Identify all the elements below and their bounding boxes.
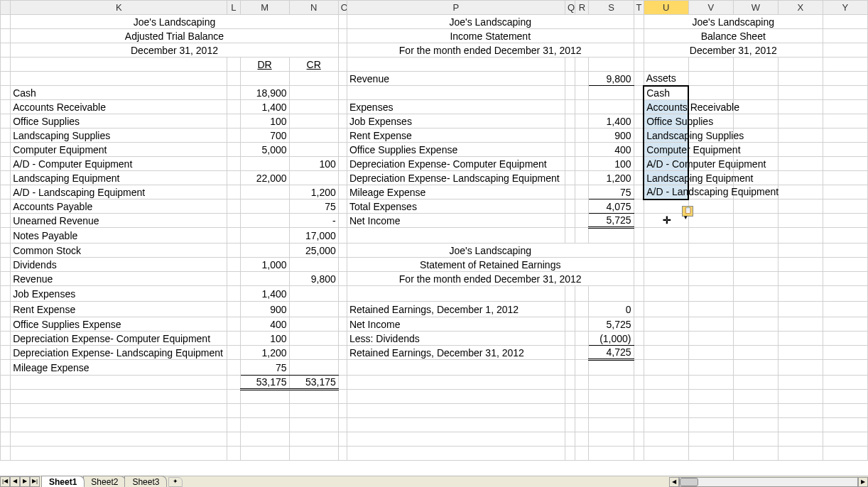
cell[interactable]	[227, 199, 240, 214]
cell[interactable]	[347, 404, 565, 418]
cell[interactable]	[634, 171, 644, 185]
cell[interactable]	[289, 447, 338, 461]
cell[interactable]	[778, 244, 823, 258]
cell[interactable]	[11, 432, 227, 447]
cell[interactable]: Accounts Payable	[11, 199, 227, 214]
cell[interactable]	[347, 447, 565, 461]
cell[interactable]	[1, 258, 11, 272]
cell[interactable]	[575, 228, 589, 244]
cell[interactable]	[565, 185, 575, 199]
cell[interactable]	[289, 86, 338, 100]
cell[interactable]	[11, 447, 227, 461]
cell[interactable]	[823, 272, 867, 286]
cell[interactable]	[227, 143, 240, 157]
cell[interactable]	[240, 228, 289, 244]
cell[interactable]	[634, 272, 644, 286]
cell[interactable]	[565, 390, 575, 404]
cell[interactable]	[733, 100, 778, 114]
col-header-W[interactable]: W	[733, 1, 778, 15]
cell[interactable]	[565, 360, 575, 376]
cell[interactable]	[227, 185, 240, 199]
cell[interactable]	[338, 360, 347, 376]
cell[interactable]	[11, 390, 227, 404]
cell[interactable]: For the month ended December 31, 2012	[347, 272, 634, 286]
cell[interactable]	[575, 390, 589, 404]
cell[interactable]: For the month ended December 31, 2012	[347, 43, 634, 58]
cell[interactable]	[644, 390, 688, 404]
cell[interactable]	[688, 272, 733, 286]
cell[interactable]	[823, 302, 867, 317]
cell[interactable]	[227, 157, 240, 171]
cell[interactable]	[575, 128, 589, 143]
cell[interactable]: 100	[240, 332, 289, 346]
cell[interactable]	[565, 286, 575, 302]
cell[interactable]	[733, 447, 778, 461]
cell[interactable]	[688, 404, 733, 418]
cell[interactable]: 17,000	[289, 228, 338, 244]
cell[interactable]	[575, 346, 589, 360]
cell[interactable]	[823, 346, 867, 360]
cell[interactable]	[589, 58, 634, 72]
cell[interactable]: Computer Equipment	[11, 143, 227, 157]
cell[interactable]	[1, 143, 11, 157]
cell[interactable]	[289, 432, 338, 447]
col-header-X[interactable]: X	[778, 1, 823, 15]
cell[interactable]	[778, 114, 823, 128]
cell[interactable]: 18,900	[240, 86, 289, 100]
cell[interactable]	[644, 58, 688, 72]
sheet-tab-sheet2[interactable]: Sheet2	[83, 476, 126, 487]
cell[interactable]	[823, 432, 867, 447]
cell[interactable]	[733, 114, 778, 128]
cell[interactable]	[823, 332, 867, 346]
cell[interactable]	[565, 346, 575, 360]
cell[interactable]	[634, 390, 644, 404]
cell[interactable]	[634, 43, 644, 58]
cell[interactable]	[347, 360, 565, 376]
hscroll-track[interactable]	[679, 477, 858, 487]
cell[interactable]	[778, 332, 823, 346]
cell[interactable]	[733, 286, 778, 302]
cell[interactable]	[823, 100, 867, 114]
cell[interactable]: Balance Sheet	[644, 29, 823, 43]
cell[interactable]: Statement of Retained Earnings	[347, 258, 634, 272]
cell[interactable]	[289, 332, 338, 346]
cell[interactable]	[634, 286, 644, 302]
cell[interactable]	[688, 214, 733, 228]
cell[interactable]	[778, 128, 823, 143]
cell[interactable]	[338, 432, 347, 447]
cell[interactable]: 1,400	[240, 100, 289, 114]
cell[interactable]	[575, 404, 589, 418]
cell[interactable]	[347, 228, 565, 244]
cell[interactable]	[1, 346, 11, 360]
cell[interactable]	[733, 418, 778, 432]
cell[interactable]	[688, 199, 733, 214]
cell[interactable]	[338, 185, 347, 199]
cell[interactable]	[778, 360, 823, 376]
cell[interactable]	[733, 72, 778, 86]
cell[interactable]	[227, 360, 240, 376]
cell[interactable]	[338, 317, 347, 332]
cell[interactable]	[634, 376, 644, 390]
cell[interactable]	[289, 258, 338, 272]
cell[interactable]: 75	[289, 199, 338, 214]
cell[interactable]: Office Supplies	[644, 114, 688, 128]
cell[interactable]	[688, 72, 733, 86]
cell[interactable]	[338, 128, 347, 143]
cell[interactable]	[347, 390, 565, 404]
col-header-L[interactable]: L	[227, 1, 240, 15]
cell[interactable]	[1, 29, 11, 43]
cell[interactable]	[733, 214, 778, 228]
cell[interactable]	[565, 199, 575, 214]
cell[interactable]: Common Stock	[11, 244, 227, 258]
cell[interactable]	[565, 447, 575, 461]
cell[interactable]	[227, 100, 240, 114]
cell[interactable]	[634, 244, 644, 258]
cell[interactable]	[11, 418, 227, 432]
cell[interactable]	[1, 317, 11, 332]
cell[interactable]: 100	[589, 157, 634, 171]
cell[interactable]	[338, 72, 347, 86]
cell[interactable]: A/D - Landscaping Equipment	[11, 185, 227, 199]
cell[interactable]	[1, 404, 11, 418]
cell[interactable]	[565, 171, 575, 185]
tab-scroll-next[interactable]: ▶	[20, 476, 30, 487]
